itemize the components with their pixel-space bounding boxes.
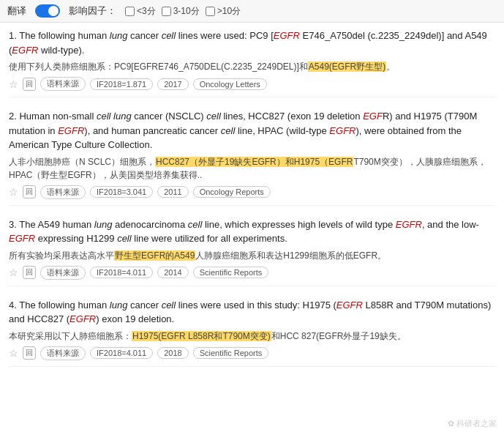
star-icon-1[interactable]: ☆ [9,78,18,90]
tag-source-4[interactable]: 语料来源 [40,346,86,360]
filter-lt3-checkbox[interactable] [125,7,135,16]
result-3-number: 3. [9,219,19,230]
result-4-en: 4. The following human lung cancer cell … [9,298,495,327]
result-2-actions: ☆ 回 语料来源 IF2018=3.041 2011 Oncology Repo… [9,185,495,199]
tag-year-1: 2017 [157,78,188,90]
filter-lt3[interactable]: <3分 [125,5,156,18]
tag-source-3[interactable]: 语料来源 [40,266,86,280]
star-icon-2[interactable]: ☆ [9,186,18,198]
tag-journal-1: Oncology Letters [193,78,267,90]
tag-source-1[interactable]: 语料来源 [40,77,86,91]
filter-gt10-checkbox[interactable] [206,7,215,16]
result-1-actions: ☆ 回 语料来源 IF2018=1.871 2017 Oncology Lett… [9,77,495,91]
watermark: ✿ 科研者之家 [448,418,497,429]
result-1-number: 1. [9,30,19,41]
star-icon-3[interactable]: ☆ [9,267,18,278]
result-1-cn: 使用下列人类肺癌细胞系：PC9[EGFRE746_A750DEL(C.2235_… [9,60,495,73]
result-3-cn: 所有实验均采用表达高水平野生型EGFR的A549人肺腺癌细胞系和表达H1299细… [9,249,495,262]
translate-toggle[interactable] [35,4,60,18]
tag-journal-4: Scientific Reports [193,347,269,359]
result-2-en: 2. Human non-small cell lung cancer (NSC… [9,109,495,152]
result-2: 2. Human non-small cell lung cancer (NSC… [9,109,495,206]
watermark-icon: ✿ [448,419,454,428]
result-2-cn: 人非小细胞肺癌（N SCLC）细胞系，HCC827（外显子19缺失EGFR）和H… [9,155,495,182]
tag-journal-2: Oncology Reports [193,186,271,198]
tag-if-1: IF2018=1.871 [90,78,153,90]
star-icon-4[interactable]: ☆ [9,347,18,359]
translate-label: 翻译 [7,4,26,18]
tag-journal-3: Scientific Reports [193,267,269,278]
result-4-cn: 本研究采用以下人肺癌细胞系：H1975(EGFR L858R和T790M突变)和… [9,330,495,343]
filter-label: 影响因子： [69,4,116,18]
tag-if-2: IF2018=3.041 [90,186,153,198]
filter-3to10[interactable]: 3-10分 [162,5,200,18]
tag-source-2[interactable]: 语料来源 [40,185,86,199]
filter-gt10[interactable]: >10分 [206,5,241,18]
tag-if-4: IF2018=4.011 [90,347,153,359]
tag-year-4: 2018 [157,347,188,359]
result-4-number: 4. [9,300,19,311]
result-3: 3. The A549 human lung adenocarcinoma ce… [9,218,495,286]
copy-icon-4[interactable]: 回 [23,346,36,360]
result-4-actions: ☆ 回 语料来源 IF2018=4.011 2018 Scientific Re… [9,346,495,360]
result-3-actions: ☆ 回 语料来源 IF2018=4.011 2014 Scientific Re… [9,266,495,280]
top-bar: 翻译 影响因子： <3分 3-10分 >10分 [0,0,504,23]
result-2-number: 2. [9,111,19,122]
copy-icon-3[interactable]: 回 [23,266,36,279]
copy-icon-1[interactable]: 回 [23,78,36,91]
result-3-en: 3. The A549 human lung adenocarcinoma ce… [9,218,495,246]
tag-if-3: IF2018=4.011 [90,267,153,278]
filter-group: <3分 3-10分 >10分 [125,5,241,18]
result-1-en: 1. The following human lung cancer cell … [9,29,495,57]
tag-year-2: 2011 [157,186,188,198]
result-4: 4. The following human lung cancer cell … [9,298,495,367]
result-1: 1. The following human lung cancer cell … [9,29,495,97]
tag-year-3: 2014 [157,267,188,278]
main-content: 1. The following human lung cancer cell … [0,23,504,384]
copy-icon-2[interactable]: 回 [23,185,36,198]
filter-3to10-checkbox[interactable] [162,7,171,16]
